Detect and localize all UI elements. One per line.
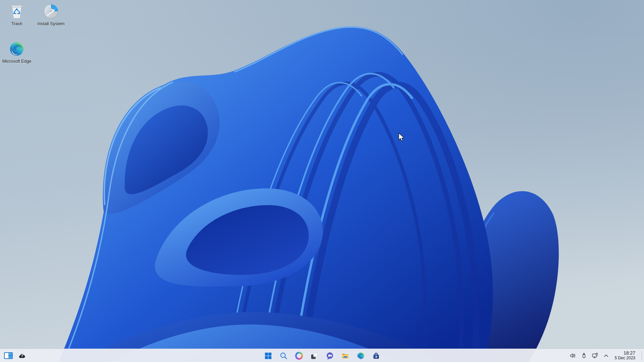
display-device-button[interactable] xyxy=(592,352,598,359)
display-device-icon xyxy=(592,352,598,359)
copilot-icon xyxy=(295,352,303,360)
desktop-icon-label: Microsoft Edge xyxy=(2,59,32,64)
file-explorer-icon xyxy=(341,352,350,360)
taskbar: ? xyxy=(0,349,644,362)
task-view-icon xyxy=(310,352,319,360)
edge-icon xyxy=(9,41,25,57)
tray-expand-chevron-icon xyxy=(603,353,609,359)
clock-date: 5 Dec 2023 xyxy=(615,356,635,360)
trash-icon xyxy=(9,3,25,19)
desktop-icon-label: Install System xyxy=(38,21,65,27)
installer-disc-icon xyxy=(43,3,59,19)
taskbar-left-group: ? xyxy=(4,349,27,362)
chat-button[interactable] xyxy=(323,349,336,362)
taskbar-center-group xyxy=(261,349,383,362)
tray-expand-button[interactable] xyxy=(603,352,609,359)
search-icon xyxy=(279,352,288,360)
weather-unknown-cloud-icon[interactable]: ? xyxy=(18,352,27,359)
desktop-icon-trash[interactable]: Trash xyxy=(0,3,34,27)
edge-icon xyxy=(357,352,365,360)
usb-device-button[interactable] xyxy=(581,352,587,359)
virtual-desktop-pager-icon[interactable] xyxy=(4,352,13,359)
edge-button[interactable] xyxy=(354,349,367,362)
desktop-icon-install-system[interactable]: Install System xyxy=(34,3,68,27)
copilot-button[interactable] xyxy=(292,349,306,362)
search-button[interactable] xyxy=(277,349,290,362)
desktop: Trash Install System xyxy=(0,0,644,362)
taskbar-clock[interactable]: 18:27 5 Dec 2023 xyxy=(615,351,635,360)
usb-device-icon xyxy=(581,352,587,359)
clock-time: 18:27 xyxy=(615,351,635,356)
start-icon xyxy=(264,352,272,360)
desktop-icon-microsoft-edge[interactable]: Microsoft Edge xyxy=(0,41,34,64)
volume-icon xyxy=(570,352,576,359)
desktop-icon-label: Trash xyxy=(11,21,22,27)
task-view-button[interactable] xyxy=(308,349,321,362)
start-button[interactable] xyxy=(261,349,275,362)
taskbar-tray-group: 18:27 5 Dec 2023 xyxy=(570,349,642,362)
discover-store-icon xyxy=(372,352,380,360)
chat-video-icon xyxy=(326,352,334,360)
discover-store-button[interactable] xyxy=(369,349,383,362)
svg-text:?: ? xyxy=(21,354,23,358)
show-desktop-edge[interactable] xyxy=(642,351,642,361)
file-explorer-button[interactable] xyxy=(338,349,352,362)
volume-button[interactable] xyxy=(570,352,576,359)
wallpaper-bloom xyxy=(0,0,644,362)
